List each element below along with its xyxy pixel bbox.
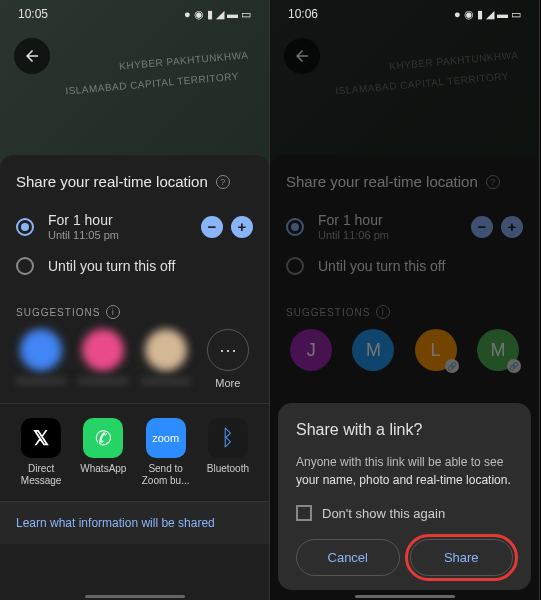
cancel-button[interactable]: Cancel xyxy=(296,539,400,576)
suggestions-row: ⋯More xyxy=(0,329,269,403)
option-main: For 1 hour xyxy=(48,212,187,228)
app-zoom[interactable]: zoomSend to Zoom bu... xyxy=(137,418,195,487)
more-button[interactable]: ⋯More xyxy=(203,329,253,389)
share-sheet: Share your real-time location ? For 1 ho… xyxy=(0,155,269,600)
map-label: ISLAMABAD CAPITAL TERRITORY xyxy=(335,70,509,96)
info-icon[interactable]: i xyxy=(106,305,120,319)
status-icons: ● ◉ ▮ ◢ ▬ ▭ xyxy=(184,8,251,21)
share-link-dialog: Share with a link? Anyone with this link… xyxy=(278,403,531,590)
link-badge-icon: 🔗 xyxy=(507,359,521,373)
status-time: 10:05 xyxy=(18,7,48,21)
status-time: 10:06 xyxy=(288,7,318,21)
checkbox-unchecked-icon xyxy=(296,505,312,521)
option-for-1-hour[interactable]: For 1 hour Until 11:05 pm − + xyxy=(0,204,269,249)
dialog-buttons: Cancel Share xyxy=(296,539,513,576)
increase-button[interactable]: + xyxy=(231,216,253,238)
decrease-button[interactable]: − xyxy=(201,216,223,238)
nav-bar[interactable] xyxy=(85,595,185,598)
status-bar: 10:05 ● ◉ ▮ ◢ ▬ ▭ xyxy=(0,0,269,28)
avatar xyxy=(82,329,124,371)
nav-bar[interactable] xyxy=(355,595,455,598)
avatar: J xyxy=(290,329,332,371)
link-badge-icon: 🔗 xyxy=(445,359,459,373)
share-button[interactable]: Share xyxy=(410,539,514,576)
suggestion-contact[interactable] xyxy=(141,329,191,385)
app-bluetooth[interactable]: ᛒBluetooth xyxy=(199,418,257,487)
checkbox-label: Don't show this again xyxy=(322,506,445,521)
option-text: Until you turn this off xyxy=(48,258,253,274)
option-text: For 1 hour Until 11:05 pm xyxy=(48,212,187,241)
arrow-left-icon xyxy=(23,47,41,65)
dont-show-again[interactable]: Don't show this again xyxy=(296,505,513,521)
sheet-header: Share your real-time location ? xyxy=(0,173,269,204)
screen-right: 10:06 ● ◉ ▮ ◢ ▬ ▭ KHYBER PAKHTUNKHWA ISL… xyxy=(270,0,540,600)
avatar: L🔗 xyxy=(415,329,457,371)
info-icon[interactable]: ? xyxy=(216,175,230,189)
avatar: M xyxy=(352,329,394,371)
dialog-title: Share with a link? xyxy=(296,421,513,439)
radio-unchecked-icon xyxy=(16,257,34,275)
map-label: ISLAMABAD CAPITAL TERRITORY xyxy=(65,70,239,96)
arrow-left-icon xyxy=(293,47,311,65)
x-icon: 𝕏 xyxy=(21,418,61,458)
avatar xyxy=(145,329,187,371)
back-button xyxy=(284,38,320,74)
sheet-title: Share your real-time location xyxy=(16,173,208,190)
app-whatsapp[interactable]: ✆WhatsApp xyxy=(74,418,132,487)
option-until-off[interactable]: Until you turn this off xyxy=(0,249,269,283)
suggestion-contact[interactable] xyxy=(78,329,128,385)
suggestions-label: SUGGESTIONS i xyxy=(0,283,269,329)
apps-row: 𝕏Direct Message ✆WhatsApp zoomSend to Zo… xyxy=(0,403,269,501)
whatsapp-icon: ✆ xyxy=(83,418,123,458)
status-icons: ● ◉ ▮ ◢ ▬ ▭ xyxy=(454,8,521,21)
suggestion-contact[interactable] xyxy=(16,329,66,385)
option-sub: Until 11:05 pm xyxy=(48,229,187,241)
duration-steppers: − + xyxy=(201,216,253,238)
screen-left: 10:05 ● ◉ ▮ ◢ ▬ ▭ KHYBER PAKHTUNKHWA ISL… xyxy=(0,0,270,600)
bluetooth-icon: ᛒ xyxy=(208,418,248,458)
dialog-body: Anyone with this link will be able to se… xyxy=(296,453,513,489)
map-label: KHYBER PAKHTUNKHWA xyxy=(119,49,249,71)
avatar xyxy=(20,329,62,371)
back-button[interactable] xyxy=(14,38,50,74)
map-label: KHYBER PAKHTUNKHWA xyxy=(389,49,519,71)
zoom-icon: zoom xyxy=(146,418,186,458)
option-main: Until you turn this off xyxy=(48,258,253,274)
learn-more-link[interactable]: Learn what information will be shared xyxy=(0,501,269,544)
avatar: M🔗 xyxy=(477,329,519,371)
more-icon: ⋯ xyxy=(207,329,249,371)
radio-checked-icon xyxy=(16,218,34,236)
status-bar: 10:06 ● ◉ ▮ ◢ ▬ ▭ xyxy=(270,0,539,28)
app-direct-message[interactable]: 𝕏Direct Message xyxy=(12,418,70,487)
